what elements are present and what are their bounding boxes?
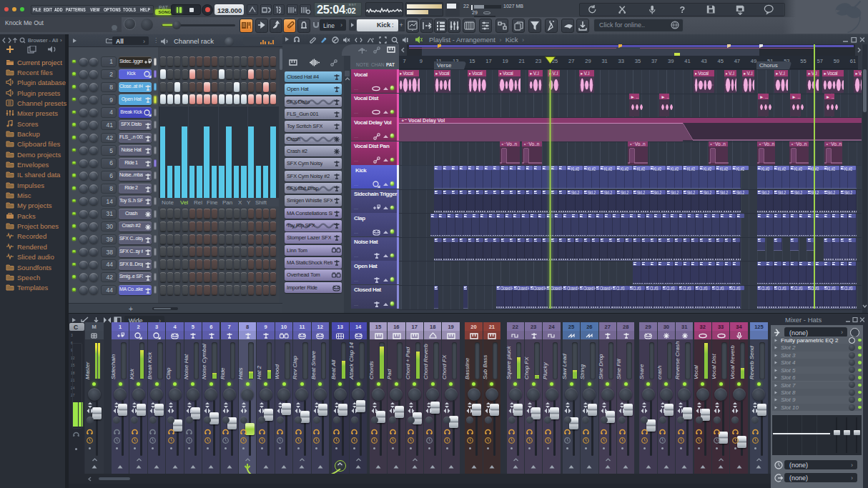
svg-text:?: ? (680, 4, 686, 14)
